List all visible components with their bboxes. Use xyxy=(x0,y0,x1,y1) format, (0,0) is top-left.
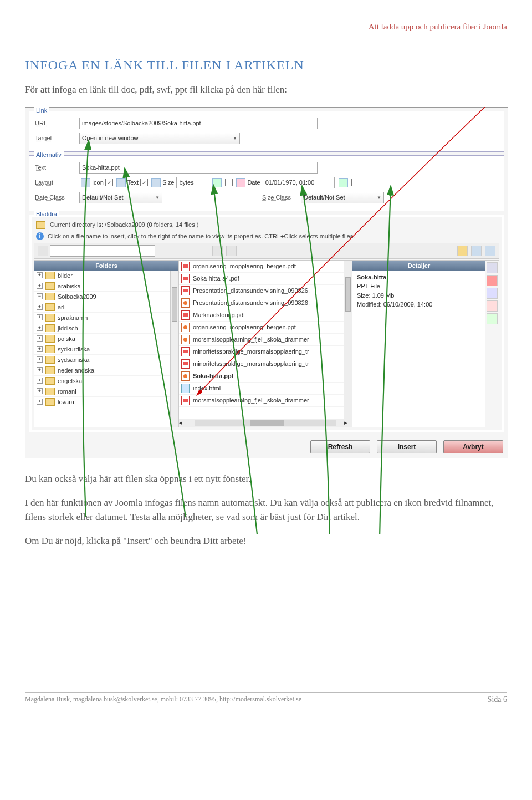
tree-item[interactable]: +romani xyxy=(34,386,178,397)
files-pane[interactable]: organisering_mopplaering_bergen.pdfSoka-… xyxy=(179,261,352,419)
text-checkbox[interactable]: ✓ xyxy=(140,179,148,186)
expand-icon[interactable]: − xyxy=(37,293,43,299)
expand-icon[interactable]: + xyxy=(37,335,43,342)
refresh-button[interactable]: Refresh xyxy=(310,440,370,453)
expand-icon[interactable]: + xyxy=(37,356,43,363)
chevron-down-icon: ▼ xyxy=(377,195,381,200)
file-item[interactable]: organisering_mopplaering_bergen.ppt xyxy=(179,322,352,334)
tree-label: arli xyxy=(58,304,66,310)
tree-item[interactable]: −Solbacka2009 xyxy=(34,292,178,302)
text-input[interactable]: Soka-hitta.ppt xyxy=(79,162,318,174)
file-item[interactable]: morsmalsopplearning_fjell_skola_drammer xyxy=(179,334,352,346)
pdf-icon xyxy=(181,286,190,295)
search-input[interactable] xyxy=(50,245,155,257)
search-icon[interactable] xyxy=(38,246,48,256)
current-dir-row: Current directory is: /Solbacka2009 (0 f… xyxy=(34,220,499,231)
folder-icon xyxy=(45,303,55,311)
expand-icon[interactable]: + xyxy=(37,346,43,352)
sort-az-icon[interactable] xyxy=(212,246,223,256)
link-legend: Link xyxy=(34,107,49,114)
tree-item[interactable]: +jiddisch xyxy=(34,323,178,334)
url-input[interactable]: images/stories/Solbacka2009/Soka-hitta.p… xyxy=(79,118,318,129)
file-item[interactable]: Presentation_distansundervisning_090826. xyxy=(179,285,352,297)
tree-item[interactable]: +lovara xyxy=(34,397,178,407)
folders-scrollbar[interactable] xyxy=(170,271,178,427)
sizeclass-select[interactable]: Default/Not Set ▼ xyxy=(301,192,384,203)
new-folder-icon[interactable] xyxy=(457,246,468,256)
tree-item[interactable]: +sydkurdiska xyxy=(34,344,178,355)
refresh-size-icon[interactable] xyxy=(212,178,222,187)
folder-icon xyxy=(45,335,55,343)
expand-icon[interactable]: + xyxy=(37,399,43,405)
tree-item[interactable]: +sydsamiska xyxy=(34,355,178,365)
doc-header: Att ladda upp och publicera filer i Joom… xyxy=(25,22,507,35)
file-item[interactable]: minoritetsspraklige_morsmalsopplaering_t… xyxy=(179,346,352,358)
file-item[interactable]: morsmalsopplearning_fjell_skola_drammer xyxy=(179,395,352,407)
cancel-button[interactable]: Avbryt xyxy=(443,440,503,453)
folder-icon xyxy=(45,345,55,353)
delete-icon[interactable] xyxy=(487,275,498,286)
target-select[interactable]: Open in new window ▼ xyxy=(79,133,240,144)
tree-item[interactable]: +engelska xyxy=(34,376,178,386)
expand-icon[interactable]: + xyxy=(37,325,43,331)
alt-legend: Alternativ xyxy=(34,151,64,158)
files-scrollbar[interactable] xyxy=(344,261,352,419)
file-item[interactable]: Soka-hitta-a4.pdf xyxy=(179,273,352,285)
dateclass-select[interactable]: Default/Not Set ▼ xyxy=(79,192,162,203)
pdf-icon xyxy=(181,359,190,369)
sizeclass-value: Default/Not Set xyxy=(304,194,345,201)
tree-item[interactable]: +arabiska xyxy=(34,281,178,292)
expand-icon[interactable]: + xyxy=(37,378,43,384)
folder-icon xyxy=(45,366,55,374)
date-checkbox[interactable] xyxy=(351,179,359,186)
insert-button[interactable]: Insert xyxy=(377,440,437,453)
file-item[interactable]: index.html xyxy=(179,383,352,395)
tree-item[interactable]: +spraknamn xyxy=(34,313,178,323)
tree-item[interactable]: +nederlandska xyxy=(34,365,178,376)
rename-icon[interactable] xyxy=(487,262,498,273)
copy-icon[interactable] xyxy=(487,288,498,299)
layout-text-label: Text xyxy=(127,179,139,186)
expand-icon[interactable]: + xyxy=(37,283,43,289)
paste-icon[interactable] xyxy=(487,313,498,324)
folder-icon xyxy=(45,293,55,300)
sizeclass-label: Size Class xyxy=(262,194,301,201)
folders-pane[interactable]: +bilder+arabiska−Solbacka2009+arli+sprak… xyxy=(34,271,178,427)
date-input[interactable]: 01/01/1970, 01:00 xyxy=(263,177,335,188)
tree-item[interactable]: +bilder xyxy=(34,271,178,281)
upload-icon[interactable] xyxy=(471,246,482,256)
tree-item[interactable]: +arli xyxy=(34,302,178,313)
file-label: Presentation_distansundervisning_090826. xyxy=(193,287,310,294)
date-icon xyxy=(236,178,245,187)
file-item[interactable]: Presentation_distansundervisning_090826. xyxy=(179,297,352,309)
file-item[interactable]: minoritetsspraklige_morsmalsopplaering_t… xyxy=(179,358,352,370)
size-input[interactable]: bytes xyxy=(176,177,208,188)
layout-size-label: Size xyxy=(162,179,174,186)
html-icon xyxy=(181,384,190,393)
expand-icon[interactable]: + xyxy=(37,367,43,373)
file-item[interactable]: organisering_mopplaering_bergen.pdf xyxy=(179,261,352,273)
cut-icon[interactable] xyxy=(487,300,498,312)
icon-checkbox[interactable]: ✓ xyxy=(105,179,113,186)
expand-icon[interactable]: + xyxy=(37,304,43,310)
expand-icon[interactable]: + xyxy=(37,388,43,394)
post-text-2: I den här funktionen av Joomla infogas f… xyxy=(25,496,507,524)
text-label: Text xyxy=(35,164,79,171)
detail-type: PPT File xyxy=(357,282,481,291)
expand-icon[interactable]: + xyxy=(37,314,43,320)
ppt-icon xyxy=(181,371,190,381)
detail-modified: Modified: 06/10/2009, 14:00 xyxy=(357,300,481,309)
layout-date-label: Date xyxy=(247,179,260,186)
file-item[interactable]: Soka-hitta.ppt xyxy=(179,370,352,383)
folder-icon xyxy=(45,398,55,406)
tree-item[interactable]: +polska xyxy=(34,334,178,344)
refresh-date-icon[interactable] xyxy=(339,178,348,187)
help-icon[interactable] xyxy=(485,246,495,256)
expand-icon[interactable]: + xyxy=(37,272,43,278)
sort-za-icon[interactable] xyxy=(226,246,237,256)
pdf-icon xyxy=(181,262,190,271)
size-checkbox[interactable] xyxy=(225,179,233,186)
screenshot: Link URL images/stories/Solbacka2009/Sok… xyxy=(25,107,507,458)
files-hscrollbar[interactable]: ◂▸ xyxy=(179,419,352,427)
file-item[interactable]: Marknadsforing.pdf xyxy=(179,309,352,322)
